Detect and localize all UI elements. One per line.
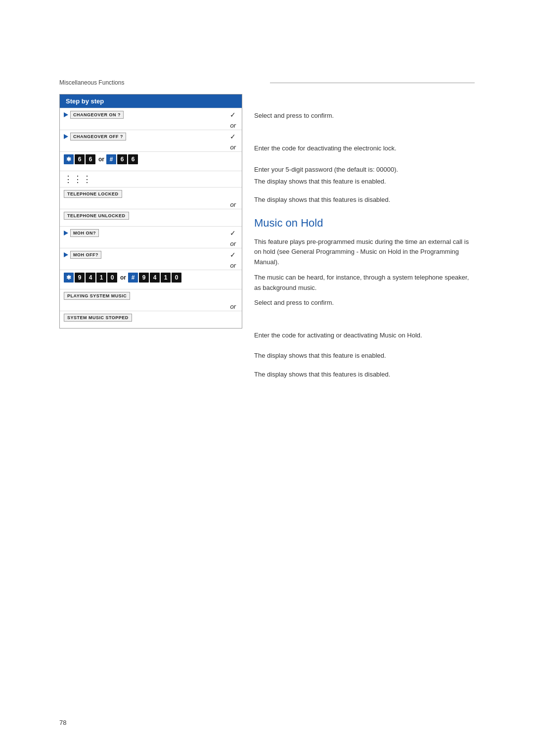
telephone-unlocked-row: TELEPHONE UNLOCKED xyxy=(60,209,242,222)
music-on-hold-title: Music on Hold xyxy=(254,215,475,231)
spacer-3 xyxy=(60,285,242,289)
stopped-desc: The display shows that this features is … xyxy=(254,370,475,379)
music-on-hold-title-wrap: Music on Hold This feature plays pre-pro… xyxy=(254,215,475,293)
keycode-desc: Enter the code for deactivating the elec… xyxy=(254,143,475,153)
changeover-off-row: CHANGEOVER OFF ? ✓ xyxy=(60,130,242,143)
moh-keycode-desc-wrap: Enter the code for activating or deactiv… xyxy=(254,331,475,340)
key-6b: 6 xyxy=(86,154,95,164)
moh-on-row: MOH ON? ✓ xyxy=(60,226,242,239)
keypad-icon-row: ⋮⋮⋮ xyxy=(60,171,242,187)
playing-desc: The display shows that this feature is e… xyxy=(254,351,475,361)
spacer-1 xyxy=(60,167,242,171)
moh-off-check: ✓ xyxy=(230,251,238,259)
key-or-text: or xyxy=(98,156,104,163)
changeover-on-desc: Select and press to confirm. xyxy=(254,111,475,121)
keycode-row-moh: ✱ 9 4 1 0 or # 9 4 1 0 xyxy=(60,270,242,285)
section-title: Miscellaneous Functions xyxy=(59,79,264,86)
arrow-icon-moh-on xyxy=(64,231,68,236)
key-4b: 4 xyxy=(150,273,160,283)
stopped-desc-wrap: The display shows that this features is … xyxy=(254,370,475,379)
playing-desc-wrap: The display shows that this feature is e… xyxy=(254,351,475,361)
moh-keycode-desc: Enter the code for activating or deactiv… xyxy=(254,331,475,340)
or-row-1: or xyxy=(60,121,242,130)
or-row-playing: or xyxy=(60,302,242,311)
or-row-3: or xyxy=(60,200,242,209)
arrow-icon-moh-off xyxy=(64,252,68,257)
moh-off-row: MOH OFF? ✓ xyxy=(60,248,242,261)
tel-unlocked-desc-wrap: The display shows that this features is … xyxy=(254,195,475,205)
key-4a: 4 xyxy=(86,273,95,283)
playing-music-row: PLAYING SYSTEM MUSIC xyxy=(60,289,242,302)
password-desc: Enter your 5-digit password (the default… xyxy=(254,165,475,175)
step-by-step-box: Step by step CHANGEOVER ON ? ✓ or CHANGE… xyxy=(59,94,242,329)
divider xyxy=(270,83,475,83)
keycode-desc-wrap: Enter the code for deactivating the elec… xyxy=(254,143,475,153)
key-9b: 9 xyxy=(139,273,149,283)
music-stopped-row: SYSTEM MUSIC STOPPED xyxy=(60,311,242,324)
changeover-off-check: ✓ xyxy=(230,133,238,141)
moh-on-check: ✓ xyxy=(230,229,238,237)
key-hash-moh: # xyxy=(128,273,138,283)
key-star-moh: ✱ xyxy=(64,273,74,283)
moh-on-label: MOH ON? xyxy=(70,229,99,237)
section-header: Miscellaneous Functions xyxy=(59,79,475,86)
key-1b: 1 xyxy=(161,273,171,283)
changeover-on-label: CHANGEOVER ON ? xyxy=(70,111,124,119)
left-column: Step by step CHANGEOVER ON ? ✓ or CHANGE… xyxy=(59,94,242,329)
or-row-moh2: or xyxy=(60,261,242,270)
key-9a: 9 xyxy=(75,273,85,283)
moh-off-label: MOH OFF? xyxy=(70,251,101,259)
step-by-step-header: Step by step xyxy=(60,94,242,108)
playing-music-label: PLAYING SYSTEM MUSIC xyxy=(64,292,130,300)
tel-locked-desc-wrap: The display shows that this feature is e… xyxy=(254,177,475,187)
moh-desc1: This feature plays pre-programmed music … xyxy=(254,237,475,268)
moh-desc2: The music can be heard, for instance, th… xyxy=(254,273,475,293)
moh-select-desc: Select and press to confirm. xyxy=(254,298,475,308)
key-hash: # xyxy=(106,154,116,164)
arrow-icon xyxy=(64,112,68,117)
changeover-on-row: CHANGEOVER ON ? ✓ xyxy=(60,108,242,121)
tel-locked-desc: The display shows that this feature is e… xyxy=(254,177,475,187)
arrow-icon-2 xyxy=(64,134,68,139)
key-star: ✱ xyxy=(64,154,74,164)
or-row-moh: or xyxy=(60,239,242,248)
changeover-off-label: CHANGEOVER OFF ? xyxy=(70,133,126,141)
moh-select-desc-wrap: Select and press to confirm. xyxy=(254,298,475,308)
changeover-on-check: ✓ xyxy=(230,111,238,119)
key-6d: 6 xyxy=(128,154,138,164)
spacer-2 xyxy=(60,222,242,226)
telephone-unlocked-label: TELEPHONE UNLOCKED xyxy=(64,212,129,220)
key-6c: 6 xyxy=(117,154,127,164)
keypad-icon: ⋮⋮⋮ xyxy=(64,174,92,185)
keycode-row-1: ✱ 6 6 or # 6 6 xyxy=(60,151,242,167)
key-1a: 1 xyxy=(96,273,106,283)
key-0a: 0 xyxy=(107,273,117,283)
changeover-on-desc-wrap: Select and press to confirm. xyxy=(254,111,475,121)
right-column: Select and press to confirm. Enter the c… xyxy=(242,94,475,381)
password-desc-wrap: Enter your 5-digit password (the default… xyxy=(254,165,475,175)
telephone-locked-label: TELEPHONE LOCKED xyxy=(64,190,122,198)
telephone-locked-row: TELEPHONE LOCKED xyxy=(60,187,242,200)
key-6a: 6 xyxy=(75,154,85,164)
changeover-section: Step by step CHANGEOVER ON ? ✓ or CHANGE… xyxy=(59,94,475,381)
music-stopped-label: SYSTEM MUSIC STOPPED xyxy=(64,314,132,322)
tel-unlocked-desc: The display shows that this features is … xyxy=(254,195,475,205)
key-0b: 0 xyxy=(172,273,181,283)
page-number: 78 xyxy=(59,719,66,726)
key-or-text-moh: or xyxy=(120,274,126,281)
or-row-2: or xyxy=(60,143,242,151)
